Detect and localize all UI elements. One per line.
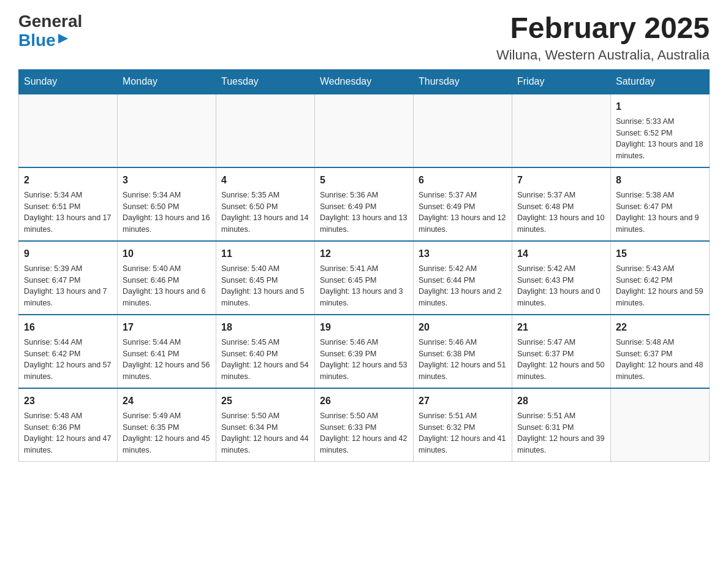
calendar-cell: 16Sunrise: 5:44 AMSunset: 6:42 PMDayligh… xyxy=(19,315,118,388)
month-title: February 2025 xyxy=(496,12,710,45)
day-info: Sunrise: 5:39 AMSunset: 6:47 PMDaylight:… xyxy=(24,263,112,309)
day-number: 17 xyxy=(123,320,211,335)
col-wednesday: Wednesday xyxy=(315,69,414,94)
day-number: 2 xyxy=(24,173,112,188)
col-friday: Friday xyxy=(512,69,611,94)
calendar-cell: 23Sunrise: 5:48 AMSunset: 6:36 PMDayligh… xyxy=(19,388,118,462)
day-info: Sunrise: 5:51 AMSunset: 6:32 PMDaylight:… xyxy=(419,410,507,456)
calendar-cell xyxy=(414,94,512,167)
calendar-cell: 19Sunrise: 5:46 AMSunset: 6:39 PMDayligh… xyxy=(315,315,414,388)
calendar-cell: 22Sunrise: 5:48 AMSunset: 6:37 PMDayligh… xyxy=(611,315,710,388)
day-info: Sunrise: 5:49 AMSunset: 6:35 PMDaylight:… xyxy=(123,410,211,456)
day-number: 18 xyxy=(221,320,309,335)
day-number: 12 xyxy=(320,247,408,261)
logo-arrow-icon xyxy=(58,34,68,46)
day-info: Sunrise: 5:48 AMSunset: 6:37 PMDaylight:… xyxy=(616,337,704,383)
day-number: 24 xyxy=(123,394,211,408)
day-info: Sunrise: 5:42 AMSunset: 6:44 PMDaylight:… xyxy=(419,263,507,309)
calendar-cell xyxy=(315,94,414,167)
svg-marker-0 xyxy=(58,34,68,44)
calendar-cell: 13Sunrise: 5:42 AMSunset: 6:44 PMDayligh… xyxy=(414,241,512,315)
col-monday: Monday xyxy=(118,69,216,94)
calendar-cell: 1Sunrise: 5:33 AMSunset: 6:52 PMDaylight… xyxy=(611,94,710,167)
day-info: Sunrise: 5:48 AMSunset: 6:36 PMDaylight:… xyxy=(24,410,112,456)
calendar-cell: 28Sunrise: 5:51 AMSunset: 6:31 PMDayligh… xyxy=(512,388,611,462)
calendar-week-row: 16Sunrise: 5:44 AMSunset: 6:42 PMDayligh… xyxy=(19,315,710,388)
calendar-cell: 15Sunrise: 5:43 AMSunset: 6:42 PMDayligh… xyxy=(611,241,710,315)
day-info: Sunrise: 5:47 AMSunset: 6:37 PMDaylight:… xyxy=(517,337,605,383)
day-number: 8 xyxy=(616,173,704,188)
day-number: 16 xyxy=(24,320,112,335)
day-number: 25 xyxy=(221,394,309,408)
day-info: Sunrise: 5:44 AMSunset: 6:41 PMDaylight:… xyxy=(123,337,211,383)
col-sunday: Sunday xyxy=(19,69,118,94)
day-info: Sunrise: 5:51 AMSunset: 6:31 PMDaylight:… xyxy=(517,410,605,456)
title-area: February 2025 Wiluna, Western Australia,… xyxy=(496,12,710,63)
calendar-cell: 8Sunrise: 5:38 AMSunset: 6:47 PMDaylight… xyxy=(611,167,710,241)
calendar-cell: 10Sunrise: 5:40 AMSunset: 6:46 PMDayligh… xyxy=(118,241,216,315)
calendar-cell xyxy=(118,94,216,167)
day-number: 19 xyxy=(320,320,408,335)
calendar-cell: 20Sunrise: 5:46 AMSunset: 6:38 PMDayligh… xyxy=(414,315,512,388)
day-number: 20 xyxy=(419,320,507,335)
day-number: 11 xyxy=(221,247,309,261)
calendar-cell: 14Sunrise: 5:42 AMSunset: 6:43 PMDayligh… xyxy=(512,241,611,315)
calendar-cell: 27Sunrise: 5:51 AMSunset: 6:32 PMDayligh… xyxy=(414,388,512,462)
day-info: Sunrise: 5:41 AMSunset: 6:45 PMDaylight:… xyxy=(320,263,408,309)
calendar-cell: 2Sunrise: 5:34 AMSunset: 6:51 PMDaylight… xyxy=(19,167,118,241)
day-info: Sunrise: 5:45 AMSunset: 6:40 PMDaylight:… xyxy=(221,337,309,383)
day-info: Sunrise: 5:44 AMSunset: 6:42 PMDaylight:… xyxy=(24,337,112,383)
day-info: Sunrise: 5:40 AMSunset: 6:45 PMDaylight:… xyxy=(221,263,309,309)
day-number: 27 xyxy=(419,394,507,408)
day-number: 9 xyxy=(24,247,112,261)
day-number: 13 xyxy=(419,247,507,261)
col-tuesday: Tuesday xyxy=(216,69,315,94)
calendar-cell: 6Sunrise: 5:37 AMSunset: 6:49 PMDaylight… xyxy=(414,167,512,241)
logo-general: General xyxy=(18,12,82,31)
calendar-cell: 18Sunrise: 5:45 AMSunset: 6:40 PMDayligh… xyxy=(216,315,315,388)
calendar-cell xyxy=(512,94,611,167)
day-info: Sunrise: 5:42 AMSunset: 6:43 PMDaylight:… xyxy=(517,263,605,309)
calendar-week-row: 2Sunrise: 5:34 AMSunset: 6:51 PMDaylight… xyxy=(19,167,710,241)
day-info: Sunrise: 5:37 AMSunset: 6:49 PMDaylight:… xyxy=(419,190,507,236)
day-info: Sunrise: 5:37 AMSunset: 6:48 PMDaylight:… xyxy=(517,190,605,236)
day-number: 10 xyxy=(123,247,211,261)
day-info: Sunrise: 5:50 AMSunset: 6:34 PMDaylight:… xyxy=(221,410,309,456)
calendar-cell: 4Sunrise: 5:35 AMSunset: 6:50 PMDaylight… xyxy=(216,167,315,241)
day-info: Sunrise: 5:34 AMSunset: 6:50 PMDaylight:… xyxy=(123,190,211,236)
day-info: Sunrise: 5:46 AMSunset: 6:38 PMDaylight:… xyxy=(419,337,507,383)
calendar-cell xyxy=(216,94,315,167)
day-info: Sunrise: 5:36 AMSunset: 6:49 PMDaylight:… xyxy=(320,190,408,236)
col-thursday: Thursday xyxy=(414,69,512,94)
calendar-table: Sunday Monday Tuesday Wednesday Thursday… xyxy=(18,69,710,462)
calendar-cell: 11Sunrise: 5:40 AMSunset: 6:45 PMDayligh… xyxy=(216,241,315,315)
calendar-cell: 21Sunrise: 5:47 AMSunset: 6:37 PMDayligh… xyxy=(512,315,611,388)
day-number: 23 xyxy=(24,394,112,408)
calendar-cell: 25Sunrise: 5:50 AMSunset: 6:34 PMDayligh… xyxy=(216,388,315,462)
logo-blue: Blue xyxy=(18,31,56,50)
day-number: 3 xyxy=(123,173,211,188)
day-info: Sunrise: 5:43 AMSunset: 6:42 PMDaylight:… xyxy=(616,263,704,309)
calendar-cell: 3Sunrise: 5:34 AMSunset: 6:50 PMDaylight… xyxy=(118,167,216,241)
day-info: Sunrise: 5:38 AMSunset: 6:47 PMDaylight:… xyxy=(616,190,704,236)
calendar-cell: 9Sunrise: 5:39 AMSunset: 6:47 PMDaylight… xyxy=(19,241,118,315)
day-number: 21 xyxy=(517,320,605,335)
calendar-cell xyxy=(611,388,710,462)
day-info: Sunrise: 5:33 AMSunset: 6:52 PMDaylight:… xyxy=(616,116,704,162)
calendar-week-row: 23Sunrise: 5:48 AMSunset: 6:36 PMDayligh… xyxy=(19,388,710,462)
calendar-cell: 7Sunrise: 5:37 AMSunset: 6:48 PMDaylight… xyxy=(512,167,611,241)
day-info: Sunrise: 5:50 AMSunset: 6:33 PMDaylight:… xyxy=(320,410,408,456)
day-number: 26 xyxy=(320,394,408,408)
calendar-cell: 24Sunrise: 5:49 AMSunset: 6:35 PMDayligh… xyxy=(118,388,216,462)
calendar-cell: 12Sunrise: 5:41 AMSunset: 6:45 PMDayligh… xyxy=(315,241,414,315)
col-saturday: Saturday xyxy=(611,69,710,94)
day-info: Sunrise: 5:35 AMSunset: 6:50 PMDaylight:… xyxy=(221,190,309,236)
day-number: 14 xyxy=(517,247,605,261)
logo: General Blue xyxy=(18,12,82,50)
calendar-week-row: 1Sunrise: 5:33 AMSunset: 6:52 PMDaylight… xyxy=(19,94,710,167)
calendar-cell: 17Sunrise: 5:44 AMSunset: 6:41 PMDayligh… xyxy=(118,315,216,388)
location-title: Wiluna, Western Australia, Australia xyxy=(496,47,710,63)
day-number: 5 xyxy=(320,173,408,188)
day-number: 28 xyxy=(517,394,605,408)
day-number: 7 xyxy=(517,173,605,188)
